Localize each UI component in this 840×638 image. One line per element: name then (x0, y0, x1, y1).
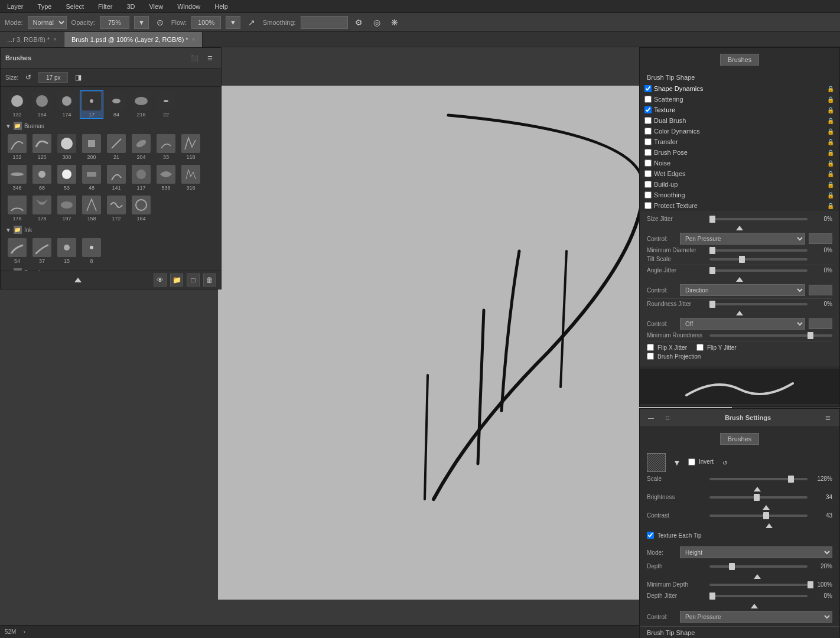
brush-item[interactable]: 37 (30, 237, 54, 265)
ink-group-header[interactable]: ▼ 📁 Ink (3, 224, 219, 236)
brush-item[interactable]: 22 (154, 90, 178, 119)
menu-filter[interactable]: Filter (96, 2, 115, 11)
brush-item[interactable]: 15 (55, 237, 79, 265)
brush-pose-check[interactable] (644, 149, 652, 156)
shape-dynamics-label[interactable]: Shape Dynamics (654, 85, 824, 92)
brush-pose-label[interactable]: Brush Pose (654, 149, 824, 156)
brush-item[interactable]: 8 (80, 237, 103, 265)
depth-thumb[interactable] (729, 563, 735, 570)
scale-slider[interactable] (709, 478, 808, 480)
lock-icon[interactable]: 🔒 (826, 116, 835, 125)
tab-close-2[interactable]: × (192, 36, 196, 43)
extra-icon[interactable]: ❋ (388, 16, 401, 29)
depth-jitter-thumb[interactable] (709, 593, 715, 600)
size-jitter-thumb[interactable] (709, 216, 715, 223)
symmetry-icon[interactable]: ◎ (370, 16, 383, 29)
texture-thumbnail[interactable] (647, 453, 666, 472)
size-control-select[interactable]: Pen Pressure (680, 233, 805, 245)
brush-item[interactable]: 33 (154, 133, 178, 161)
tab-file2[interactable]: Brush 1.psd @ 100% (Layer 2, RGB/8) * × (64, 32, 203, 47)
dual-brush-check[interactable] (644, 117, 652, 124)
flow-toggle[interactable]: ▼ (226, 16, 240, 29)
roundness-control-select[interactable]: Off (680, 318, 805, 330)
smoothing-check[interactable] (644, 191, 652, 198)
lock-icon[interactable]: 🔒 (826, 95, 835, 103)
buildup-label[interactable]: Build-up (654, 181, 824, 188)
protect-texture-label[interactable]: Protect Texture (654, 202, 824, 209)
menu-select[interactable]: Select (63, 2, 86, 11)
scattering-label[interactable]: Scattering (654, 96, 824, 103)
depth-control-select[interactable]: Pen Pressure (680, 611, 832, 623)
brush-item[interactable]: 21 (105, 133, 128, 161)
brush-projection-check[interactable] (647, 353, 654, 360)
brush-item[interactable]: 300 (55, 133, 79, 161)
brush-item[interactable]: 132 (5, 133, 29, 161)
brush-item[interactable]: 53 (55, 164, 79, 192)
pressure-icon[interactable]: ⊙ (154, 16, 167, 29)
brushes-panel-resize[interactable]: ⬛ (188, 51, 201, 64)
brush-item[interactable]: 141 (105, 164, 128, 192)
size-input[interactable] (38, 72, 68, 83)
transfer-check[interactable] (644, 138, 652, 145)
lock-icon[interactable]: 🔒 (826, 180, 835, 188)
menu-layer[interactable]: Layer (5, 2, 26, 11)
brushes-panel-menu[interactable]: ☰ (203, 51, 216, 64)
menu-window[interactable]: Window (175, 2, 203, 11)
brush-item[interactable]: 132 (5, 90, 29, 119)
brush-item[interactable]: 158 (80, 194, 103, 223)
min-depth-slider[interactable] (709, 584, 808, 586)
texture-each-tip-check[interactable] (647, 532, 654, 539)
opacity-input[interactable] (100, 16, 129, 29)
min-diameter-thumb[interactable] (709, 247, 715, 254)
brush-tip-shape-row-lower[interactable]: Brush Tip Shape (640, 627, 839, 638)
brush-item[interactable]: 48 (80, 164, 103, 192)
pencils-group-header[interactable]: ▼ 📁 Pencils (3, 266, 219, 271)
brush-item[interactable]: 204 (129, 133, 153, 161)
mode-select-lower[interactable]: Height (680, 546, 832, 558)
bs-maximize[interactable]: □ (661, 411, 674, 424)
protect-texture-check[interactable] (644, 202, 652, 209)
delete-btn[interactable]: 🗑 (203, 274, 216, 287)
opacity-toggle[interactable]: ▼ (134, 16, 149, 29)
brush-item[interactable]: 178 (5, 194, 29, 223)
depth-jitter-slider[interactable] (709, 595, 808, 597)
smoothing-input[interactable] (301, 16, 348, 29)
roundness-jitter-thumb[interactable] (709, 301, 715, 308)
lock-icon[interactable]: 🔒 (826, 127, 835, 135)
brush-item[interactable]: 316 (179, 164, 203, 192)
dual-brush-label[interactable]: Dual Brush (654, 117, 824, 124)
roundness-jitter-slider[interactable] (709, 303, 808, 305)
settings-icon[interactable]: ⚙ (353, 16, 366, 29)
brush-item[interactable]: 125 (30, 133, 54, 161)
shape-dynamics-check[interactable] (644, 85, 652, 92)
lock-icon[interactable]: 🔒 (826, 138, 835, 146)
brush-item[interactable]: 197 (55, 194, 79, 223)
bs-minimize[interactable]: — (644, 411, 657, 424)
bs-menu[interactable]: ☰ (822, 411, 835, 424)
flow-input[interactable] (191, 16, 221, 29)
lock-icon[interactable]: 🔒 (826, 170, 835, 178)
brush-item[interactable]: 200 (80, 133, 103, 161)
brush-item-selected[interactable]: 17 (80, 90, 103, 119)
brightness-slider[interactable] (709, 496, 808, 499)
tab-file1[interactable]: ...r 3, RGB/8) * × (0, 32, 64, 47)
noise-check[interactable] (644, 160, 652, 167)
brush-item[interactable]: 174 (55, 90, 79, 119)
menu-view[interactable]: View (146, 2, 165, 11)
min-diameter-slider[interactable] (709, 249, 808, 252)
mask-btn[interactable]: ◨ (71, 71, 84, 84)
flip-y-check[interactable] (696, 344, 704, 351)
brushes-btn-top[interactable]: Brushes (720, 54, 759, 66)
depth-slider[interactable] (709, 565, 808, 568)
brush-item[interactable]: 68 (30, 164, 54, 192)
wet-edges-check[interactable] (644, 170, 652, 177)
lock-icon[interactable]: 🔒 (826, 201, 835, 210)
invert-check[interactable] (688, 458, 695, 466)
texture-label[interactable]: Texture (654, 106, 824, 113)
brush-item[interactable]: 164 (30, 90, 54, 119)
lock-icon[interactable]: 🔒 (826, 106, 835, 114)
brush-tip-shape-row[interactable]: Brush Tip Shape (640, 71, 839, 83)
size-jitter-slider[interactable] (709, 218, 808, 220)
eye-btn[interactable]: 👁 (154, 274, 167, 287)
contrast-slider[interactable] (709, 515, 808, 517)
